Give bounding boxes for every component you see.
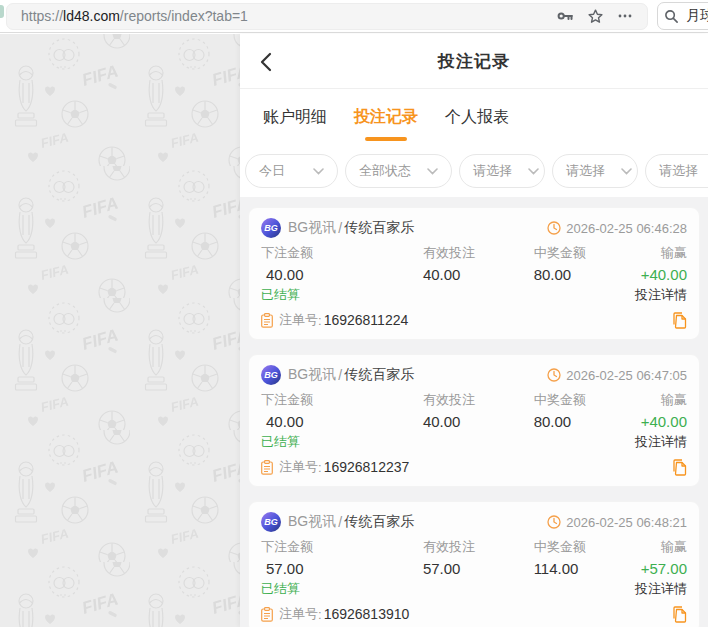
win-amount-value: 114.00 [534,560,619,577]
filter-status-dropdown[interactable]: 全部状态 [345,154,452,188]
filter-select3-dropdown[interactable]: 请选择 [459,154,545,188]
label-valid-bet: 有效投注 [423,391,534,409]
chevron-down-icon [313,168,324,175]
win-amount-value: 80.00 [534,413,619,430]
star-icon[interactable] [583,4,607,28]
label-win-loss: 输赢 [619,244,687,262]
order-number: 注单号 : 16926812237 [261,458,409,476]
tab-label: 个人报表 [445,107,509,128]
timestamp-text: 2026-02-25 06:48:21 [566,515,687,530]
chevron-down-icon [528,168,539,175]
win-loss-value: +57.00 [619,560,687,577]
address-bar[interactable]: https://ld48.com/reports/index?tab=1 [6,3,648,30]
column-labels: 下注金额 有效投注 中奖金额 输赢 [261,391,687,409]
filter-select4-dropdown[interactable]: 请选择 [552,154,638,188]
tab-personal-report[interactable]: 个人报表 [445,89,509,145]
column-labels: 下注金额 有效投注 中奖金额 输赢 [261,244,687,262]
order-label: 注单号 [279,458,318,476]
order-colon: : [318,460,322,475]
filter-value: 请选择 [566,162,605,180]
filter-value: 今日 [259,162,285,180]
bg-logo-icon: BG [261,218,281,238]
timestamp-text: 2026-02-25 06:46:28 [566,221,687,236]
filter-date-dropdown[interactable]: 今日 [245,154,338,188]
bet-record-card: BG BG视讯 / 传统百家乐 2026-02-25 06:47:05 下注金额… [248,354,700,487]
page: FIFA FIFA [0,34,708,627]
url-scheme: https:// [21,8,63,24]
favicon-partial-icon [0,5,4,18]
tab-account-detail[interactable]: 账户明细 [263,89,327,145]
tab-bet-records[interactable]: 投注记录 [354,89,418,145]
valid-bet-value: 57.00 [423,560,534,577]
label-valid-bet: 有效投注 [423,538,534,556]
record-timestamp: 2026-02-25 06:48:21 [547,515,687,530]
tab-search-box[interactable]: 月球 [657,2,708,30]
valid-bet-value: 40.00 [423,413,534,430]
chevron-left-icon [260,52,272,72]
bet-amount-value: 57.00 [261,560,423,577]
bet-detail-link[interactable]: 投注详情 [635,580,687,598]
fifa-watermark-pattern: FIFA FIFA [0,34,240,627]
label-win-amount: 中奖金额 [534,244,619,262]
separator: / [338,220,342,236]
bet-record-card: BG BG视讯 / 传统百家乐 2026-02-25 06:46:28 下注金额… [248,207,700,340]
separator: / [338,514,342,530]
win-loss-value: +40.00 [619,266,687,283]
chevron-down-icon [621,168,632,175]
url-path: /reports/index?tab=1 [120,8,248,24]
status-badge: 已结算 [261,433,300,451]
provider-name: BG视讯 [288,513,336,531]
order-no-value: 16926813910 [324,606,410,622]
label-win-amount: 中奖金额 [534,538,619,556]
bet-detail-link[interactable]: 投注详情 [635,433,687,451]
browser-bar: https://ld48.com/reports/index?tab=1 月球 [0,0,708,33]
valid-bet-value: 40.00 [423,266,534,283]
clipboard-icon [261,607,273,622]
copy-icon[interactable] [672,459,687,476]
panel-header: 投注记录 [240,34,708,89]
bet-detail-link[interactable]: 投注详情 [635,286,687,304]
filter-value: 请选择 [473,162,512,180]
clipboard-icon [261,313,273,328]
bet-amount-value: 40.00 [261,413,423,430]
timestamp-text: 2026-02-25 06:47:05 [566,368,687,383]
more-menu-icon[interactable] [613,4,637,28]
filter-select5-dropdown[interactable]: 请选择 [645,154,708,188]
back-button[interactable] [260,50,284,74]
label-win-loss: 输赢 [619,391,687,409]
game-name: 传统百家乐 [344,513,414,531]
provider-info: BG BG视讯 / 传统百家乐 [261,365,414,385]
copy-icon[interactable] [672,606,687,623]
bet-amount-value: 40.00 [261,266,423,283]
column-values: 57.00 57.00 114.00 +57.00 [261,560,687,577]
report-panel: 投注记录 账户明细 投注记录 个人报表 今日 全部状态 请选择 请选择 [240,34,708,627]
provider-name: BG视讯 [288,366,336,384]
label-valid-bet: 有效投注 [423,244,534,262]
copy-icon[interactable] [672,312,687,329]
clock-icon [547,515,561,529]
record-timestamp: 2026-02-25 06:47:05 [547,368,687,383]
tab-label: 账户明细 [263,107,327,128]
chevron-down-icon [427,168,438,175]
records-list: BG BG视讯 / 传统百家乐 2026-02-25 06:46:28 下注金额… [240,197,708,627]
url-domain: ld48.com [63,8,120,24]
search-query: 月球 [686,7,708,25]
provider-info: BG BG视讯 / 传统百家乐 [261,512,414,532]
page-title: 投注记录 [438,50,510,73]
filter-bar: 今日 全部状态 请选择 请选择 请选择 [240,145,708,197]
order-colon: : [318,313,322,328]
order-colon: : [318,607,322,622]
url-text[interactable]: https://ld48.com/reports/index?tab=1 [21,8,547,24]
label-win-loss: 输赢 [619,538,687,556]
order-number: 注单号 : 16926813910 [261,605,409,623]
key-icon[interactable] [553,4,577,28]
order-number: 注单号 : 16926811224 [261,311,408,329]
record-timestamp: 2026-02-25 06:46:28 [547,221,687,236]
column-values: 40.00 40.00 80.00 +40.00 [261,266,687,283]
status-badge: 已结算 [261,286,300,304]
game-name: 传统百家乐 [344,366,414,384]
bet-record-card: BG BG视讯 / 传统百家乐 2026-02-25 06:48:21 下注金额… [248,501,700,627]
clipboard-icon [261,460,273,475]
win-amount-value: 80.00 [534,266,619,283]
separator: / [338,367,342,383]
